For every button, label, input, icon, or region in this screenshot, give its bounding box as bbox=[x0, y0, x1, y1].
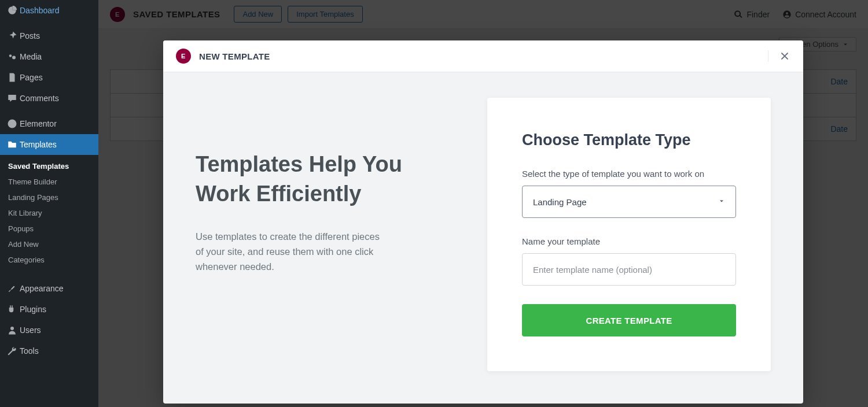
submenu-saved-templates[interactable]: Saved Templates bbox=[0, 158, 98, 174]
svg-point-0 bbox=[9, 54, 12, 57]
modal-left-copy: Use templates to create the different pi… bbox=[196, 229, 387, 275]
plug-icon bbox=[7, 304, 20, 314]
sidebar-item-dashboard[interactable]: Dashboard bbox=[0, 0, 98, 21]
brush-icon bbox=[7, 283, 20, 294]
template-name-label: Name your template bbox=[522, 236, 736, 246]
pin-icon bbox=[7, 31, 20, 41]
submenu-landing-pages[interactable]: Landing Pages bbox=[0, 190, 98, 205]
folder-icon bbox=[7, 139, 20, 150]
new-template-modal: E NEW TEMPLATE Templates Help You Work E… bbox=[163, 40, 803, 404]
template-type-label: Select the type of template you want to … bbox=[522, 169, 736, 179]
modal-header: E NEW TEMPLATE bbox=[163, 40, 803, 72]
sidebar-submenu: Saved Templates Theme Builder Landing Pa… bbox=[0, 155, 98, 273]
svg-point-1 bbox=[12, 56, 16, 60]
sidebar-item-label: Users bbox=[20, 325, 41, 335]
pages-icon bbox=[7, 72, 20, 83]
submenu-popups[interactable]: Popups bbox=[0, 221, 98, 236]
elementor-logo-icon: E bbox=[176, 49, 191, 64]
sidebar-item-appearance[interactable]: Appearance bbox=[0, 278, 98, 299]
sidebar-item-label: Tools bbox=[20, 346, 39, 356]
submenu-kit-library[interactable]: Kit Library bbox=[0, 205, 98, 221]
sidebar-item-comments[interactable]: Comments bbox=[0, 88, 98, 109]
close-button[interactable] bbox=[768, 50, 790, 62]
gauge-icon bbox=[7, 5, 20, 16]
sidebar-item-templates[interactable]: Templates bbox=[0, 134, 98, 155]
sidebar-item-media[interactable]: Media bbox=[0, 46, 98, 67]
sidebar-item-label: Plugins bbox=[20, 305, 46, 314]
sidebar-item-users[interactable]: Users bbox=[0, 320, 98, 341]
svg-point-2 bbox=[8, 120, 17, 128]
svg-point-3 bbox=[10, 327, 14, 330]
sidebar-item-pages[interactable]: Pages bbox=[0, 67, 98, 88]
sidebar-item-posts[interactable]: Posts bbox=[0, 25, 98, 46]
user-icon bbox=[7, 325, 20, 335]
template-type-value: Landing Page bbox=[533, 197, 587, 207]
sidebar-item-label: Dashboard bbox=[20, 6, 60, 15]
sidebar-item-tools[interactable]: Tools bbox=[0, 341, 98, 361]
submenu-theme-builder[interactable]: Theme Builder bbox=[0, 174, 98, 190]
wrench-icon bbox=[7, 346, 20, 356]
card-heading: Choose Template Type bbox=[522, 131, 736, 149]
sidebar-item-label: Appearance bbox=[20, 284, 64, 293]
elementor-icon bbox=[7, 119, 20, 129]
admin-sidebar: Dashboard Posts Media Pages Comments Ele… bbox=[0, 0, 98, 407]
submenu-categories[interactable]: Categories bbox=[0, 252, 98, 268]
modal-title: NEW TEMPLATE bbox=[199, 51, 270, 61]
sidebar-item-label: Elementor bbox=[20, 119, 57, 128]
sidebar-item-elementor[interactable]: Elementor bbox=[0, 113, 98, 134]
modal-overlay: E NEW TEMPLATE Templates Help You Work E… bbox=[98, 0, 868, 407]
modal-left-heading: Templates Help You Work Efficiently bbox=[196, 150, 459, 209]
sidebar-item-plugins[interactable]: Plugins bbox=[0, 299, 98, 320]
chevron-down-icon bbox=[718, 197, 725, 207]
sidebar-item-label: Templates bbox=[20, 140, 57, 149]
close-icon bbox=[779, 50, 790, 62]
sidebar-item-label: Comments bbox=[20, 94, 59, 103]
create-template-button[interactable]: CREATE TEMPLATE bbox=[522, 304, 736, 336]
comment-icon bbox=[7, 93, 20, 103]
modal-left-panel: Templates Help You Work Efficiently Use … bbox=[196, 98, 459, 371]
template-form-card: Choose Template Type Select the type of … bbox=[487, 98, 771, 371]
sidebar-item-label: Posts bbox=[20, 31, 40, 40]
template-type-select[interactable]: Landing Page bbox=[522, 186, 736, 218]
media-icon bbox=[7, 51, 20, 62]
submenu-add-new[interactable]: Add New bbox=[0, 236, 98, 252]
template-name-input[interactable] bbox=[522, 253, 736, 286]
sidebar-item-label: Media bbox=[20, 52, 42, 61]
sidebar-item-label: Pages bbox=[20, 73, 43, 82]
